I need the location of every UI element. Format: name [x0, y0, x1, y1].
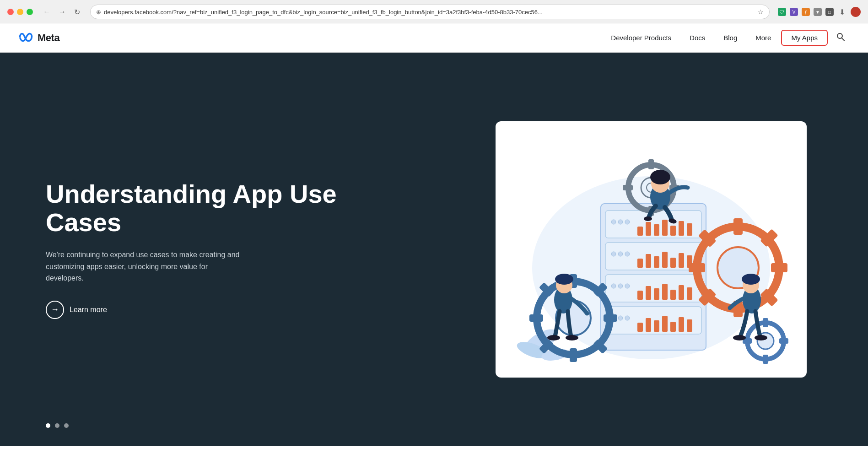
svg-rect-17: [687, 223, 692, 236]
hero-section: Understanding App Use Cases We're contin…: [0, 53, 868, 446]
svg-point-85: [644, 216, 652, 221]
svg-rect-27: [679, 253, 684, 268]
tracking-icon: ⊕: [96, 9, 101, 16]
svg-point-19: [611, 252, 616, 256]
refresh-button[interactable]: ↻: [71, 7, 83, 17]
svg-rect-38: [679, 285, 684, 300]
svg-point-98: [755, 335, 767, 340]
svg-rect-11: [637, 227, 643, 236]
window-minimize-button[interactable]: [17, 9, 23, 15]
address-bar-actions: ☆: [758, 8, 764, 16]
svg-rect-33: [637, 291, 643, 300]
browser-extensions: 🛡 V ƒ ▼ □ ⬇: [778, 7, 861, 17]
svg-rect-53: [733, 218, 743, 235]
svg-rect-13: [654, 224, 659, 236]
svg-point-92: [547, 335, 560, 340]
site-nav: Developer Products Docs Blog More My App…: [603, 29, 850, 46]
svg-point-93: [566, 335, 578, 340]
svg-point-91: [555, 274, 573, 285]
svg-rect-35: [654, 288, 659, 300]
address-bar-container[interactable]: ⊕ ☆: [90, 5, 770, 19]
svg-point-20: [618, 252, 623, 256]
hero-content: Understanding App Use Cases We're contin…: [0, 143, 434, 356]
svg-rect-50: [687, 319, 692, 332]
svg-point-97: [733, 335, 746, 340]
svg-point-8: [611, 220, 616, 224]
svg-point-42: [618, 316, 623, 320]
svg-rect-25: [662, 252, 668, 268]
svg-rect-55: [771, 263, 787, 272]
hero-title: Understanding App Use Cases: [46, 180, 398, 236]
nav-my-apps[interactable]: My Apps: [781, 30, 828, 46]
nav-docs[interactable]: Docs: [681, 30, 713, 45]
extension-5-icon[interactable]: □: [825, 8, 834, 16]
illustration-card: [496, 121, 807, 378]
carousel-dots: [46, 423, 69, 428]
svg-point-31: [618, 284, 623, 288]
extension-4-icon[interactable]: ▼: [814, 8, 822, 16]
bookmark-icon[interactable]: ☆: [758, 8, 764, 16]
svg-point-96: [742, 274, 760, 285]
browser-nav-buttons: ← → ↻: [40, 7, 83, 17]
svg-rect-39: [687, 287, 692, 300]
browser-chrome: ← → ↻ ⊕ ☆ 🛡 V ƒ ▼ □ ⬇: [0, 0, 868, 23]
extension-2-icon[interactable]: V: [790, 8, 798, 16]
meta-logo-icon: [18, 32, 35, 44]
svg-rect-16: [679, 221, 684, 236]
carousel-dot-3[interactable]: [64, 423, 69, 428]
svg-rect-47: [662, 316, 668, 332]
svg-point-21: [625, 252, 630, 256]
nav-blog[interactable]: Blog: [715, 30, 745, 45]
svg-rect-49: [679, 317, 684, 332]
forward-button[interactable]: →: [56, 7, 69, 17]
svg-rect-15: [670, 226, 676, 236]
svg-rect-26: [670, 258, 676, 268]
svg-rect-56: [689, 263, 705, 272]
learn-more-label: Learn more: [70, 306, 107, 314]
svg-rect-23: [646, 254, 651, 268]
svg-rect-63: [763, 318, 768, 327]
hero-illustration: [434, 103, 868, 396]
nav-developer-products[interactable]: Developer Products: [603, 30, 679, 45]
svg-point-9: [618, 220, 623, 224]
window-close-button[interactable]: [7, 9, 14, 15]
meta-logo-text: Meta: [38, 32, 59, 44]
svg-rect-37: [670, 290, 676, 300]
svg-rect-83: [623, 185, 633, 190]
svg-point-32: [625, 284, 630, 288]
learn-more-arrow-icon: →: [46, 301, 64, 319]
learn-more-button[interactable]: → Learn more: [46, 301, 107, 319]
svg-rect-22: [637, 259, 643, 268]
extension-1-icon[interactable]: 🛡: [778, 8, 786, 16]
extension-3-icon[interactable]: ƒ: [802, 8, 810, 16]
meta-logo[interactable]: Meta: [18, 32, 59, 44]
search-button[interactable]: [831, 29, 850, 46]
svg-rect-36: [662, 284, 668, 300]
window-maximize-button[interactable]: [27, 9, 33, 15]
svg-rect-14: [662, 220, 668, 236]
svg-rect-44: [637, 323, 643, 332]
browser-titlebar: ← → ↻ ⊕ ☆ 🛡 V ƒ ▼ □ ⬇: [0, 0, 868, 23]
download-icon[interactable]: ⬇: [839, 8, 845, 16]
svg-rect-48: [670, 322, 676, 332]
user-avatar[interactable]: [851, 7, 861, 17]
svg-point-30: [611, 284, 616, 288]
address-bar-input[interactable]: [104, 9, 755, 16]
carousel-dot-1[interactable]: [46, 423, 50, 428]
svg-point-43: [625, 316, 630, 320]
svg-rect-64: [763, 355, 768, 364]
svg-rect-45: [646, 318, 651, 332]
svg-rect-80: [648, 159, 654, 169]
window-controls: [7, 9, 33, 15]
back-button[interactable]: ←: [40, 7, 53, 17]
svg-rect-72: [529, 314, 543, 322]
svg-point-10: [625, 220, 630, 224]
nav-more[interactable]: More: [747, 30, 779, 45]
hero-description: We're continuing to expand use cases to …: [46, 249, 243, 284]
site-header: Meta Developer Products Docs Blog More M…: [0, 23, 868, 53]
svg-rect-12: [646, 222, 651, 236]
svg-point-88: [650, 170, 670, 184]
svg-rect-65: [779, 338, 788, 344]
carousel-dot-2[interactable]: [55, 423, 59, 428]
svg-rect-70: [570, 348, 577, 362]
